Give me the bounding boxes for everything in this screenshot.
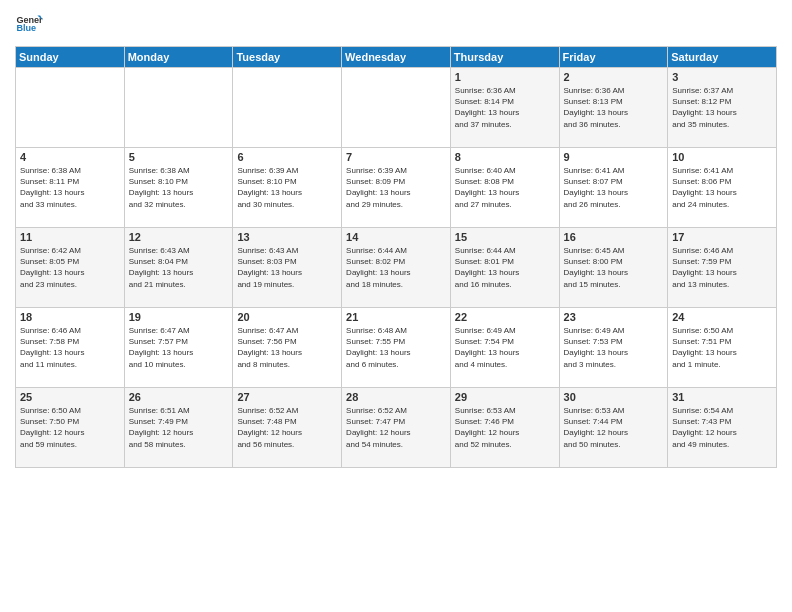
- day-info: Sunrise: 6:36 AM Sunset: 8:13 PM Dayligh…: [564, 85, 664, 130]
- day-info: Sunrise: 6:40 AM Sunset: 8:08 PM Dayligh…: [455, 165, 555, 210]
- day-number: 15: [455, 231, 555, 243]
- calendar-cell: 24Sunrise: 6:50 AM Sunset: 7:51 PM Dayli…: [668, 308, 777, 388]
- calendar-cell: 2Sunrise: 6:36 AM Sunset: 8:13 PM Daylig…: [559, 68, 668, 148]
- day-info: Sunrise: 6:50 AM Sunset: 7:50 PM Dayligh…: [20, 405, 120, 450]
- calendar-cell: 23Sunrise: 6:49 AM Sunset: 7:53 PM Dayli…: [559, 308, 668, 388]
- day-info: Sunrise: 6:42 AM Sunset: 8:05 PM Dayligh…: [20, 245, 120, 290]
- day-info: Sunrise: 6:41 AM Sunset: 8:07 PM Dayligh…: [564, 165, 664, 210]
- day-info: Sunrise: 6:50 AM Sunset: 7:51 PM Dayligh…: [672, 325, 772, 370]
- calendar-cell: [16, 68, 125, 148]
- day-header-saturday: Saturday: [668, 47, 777, 68]
- calendar-cell: 14Sunrise: 6:44 AM Sunset: 8:02 PM Dayli…: [342, 228, 451, 308]
- day-number: 20: [237, 311, 337, 323]
- day-number: 6: [237, 151, 337, 163]
- day-info: Sunrise: 6:46 AM Sunset: 7:59 PM Dayligh…: [672, 245, 772, 290]
- day-number: 13: [237, 231, 337, 243]
- calendar-cell: 18Sunrise: 6:46 AM Sunset: 7:58 PM Dayli…: [16, 308, 125, 388]
- day-info: Sunrise: 6:47 AM Sunset: 7:56 PM Dayligh…: [237, 325, 337, 370]
- day-number: 25: [20, 391, 120, 403]
- calendar-cell: 29Sunrise: 6:53 AM Sunset: 7:46 PM Dayli…: [450, 388, 559, 468]
- day-info: Sunrise: 6:52 AM Sunset: 7:48 PM Dayligh…: [237, 405, 337, 450]
- logo-icon: General Blue: [15, 10, 43, 38]
- calendar-cell: 10Sunrise: 6:41 AM Sunset: 8:06 PM Dayli…: [668, 148, 777, 228]
- calendar-table: SundayMondayTuesdayWednesdayThursdayFrid…: [15, 46, 777, 468]
- day-info: Sunrise: 6:49 AM Sunset: 7:53 PM Dayligh…: [564, 325, 664, 370]
- day-info: Sunrise: 6:37 AM Sunset: 8:12 PM Dayligh…: [672, 85, 772, 130]
- day-info: Sunrise: 6:39 AM Sunset: 8:10 PM Dayligh…: [237, 165, 337, 210]
- day-number: 23: [564, 311, 664, 323]
- week-row-3: 11Sunrise: 6:42 AM Sunset: 8:05 PM Dayli…: [16, 228, 777, 308]
- day-number: 24: [672, 311, 772, 323]
- calendar-cell: 22Sunrise: 6:49 AM Sunset: 7:54 PM Dayli…: [450, 308, 559, 388]
- calendar-cell: 27Sunrise: 6:52 AM Sunset: 7:48 PM Dayli…: [233, 388, 342, 468]
- calendar-cell: 4Sunrise: 6:38 AM Sunset: 8:11 PM Daylig…: [16, 148, 125, 228]
- day-info: Sunrise: 6:43 AM Sunset: 8:04 PM Dayligh…: [129, 245, 229, 290]
- calendar-cell: 3Sunrise: 6:37 AM Sunset: 8:12 PM Daylig…: [668, 68, 777, 148]
- day-info: Sunrise: 6:44 AM Sunset: 8:02 PM Dayligh…: [346, 245, 446, 290]
- day-header-monday: Monday: [124, 47, 233, 68]
- calendar-cell: 7Sunrise: 6:39 AM Sunset: 8:09 PM Daylig…: [342, 148, 451, 228]
- svg-text:Blue: Blue: [16, 23, 36, 33]
- calendar-cell: 25Sunrise: 6:50 AM Sunset: 7:50 PM Dayli…: [16, 388, 125, 468]
- calendar-cell: 11Sunrise: 6:42 AM Sunset: 8:05 PM Dayli…: [16, 228, 125, 308]
- calendar-cell: 12Sunrise: 6:43 AM Sunset: 8:04 PM Dayli…: [124, 228, 233, 308]
- day-number: 29: [455, 391, 555, 403]
- day-number: 10: [672, 151, 772, 163]
- day-info: Sunrise: 6:53 AM Sunset: 7:44 PM Dayligh…: [564, 405, 664, 450]
- day-info: Sunrise: 6:45 AM Sunset: 8:00 PM Dayligh…: [564, 245, 664, 290]
- calendar-cell: 13Sunrise: 6:43 AM Sunset: 8:03 PM Dayli…: [233, 228, 342, 308]
- calendar-cell: 9Sunrise: 6:41 AM Sunset: 8:07 PM Daylig…: [559, 148, 668, 228]
- day-number: 26: [129, 391, 229, 403]
- day-number: 4: [20, 151, 120, 163]
- calendar-cell: 1Sunrise: 6:36 AM Sunset: 8:14 PM Daylig…: [450, 68, 559, 148]
- calendar-cell: [342, 68, 451, 148]
- calendar-cell: 19Sunrise: 6:47 AM Sunset: 7:57 PM Dayli…: [124, 308, 233, 388]
- calendar-cell: 17Sunrise: 6:46 AM Sunset: 7:59 PM Dayli…: [668, 228, 777, 308]
- calendar-cell: 28Sunrise: 6:52 AM Sunset: 7:47 PM Dayli…: [342, 388, 451, 468]
- day-number: 22: [455, 311, 555, 323]
- day-info: Sunrise: 6:44 AM Sunset: 8:01 PM Dayligh…: [455, 245, 555, 290]
- week-row-4: 18Sunrise: 6:46 AM Sunset: 7:58 PM Dayli…: [16, 308, 777, 388]
- day-info: Sunrise: 6:47 AM Sunset: 7:57 PM Dayligh…: [129, 325, 229, 370]
- day-header-friday: Friday: [559, 47, 668, 68]
- calendar-cell: 5Sunrise: 6:38 AM Sunset: 8:10 PM Daylig…: [124, 148, 233, 228]
- calendar-cell: 31Sunrise: 6:54 AM Sunset: 7:43 PM Dayli…: [668, 388, 777, 468]
- day-number: 17: [672, 231, 772, 243]
- calendar-cell: 15Sunrise: 6:44 AM Sunset: 8:01 PM Dayli…: [450, 228, 559, 308]
- day-header-tuesday: Tuesday: [233, 47, 342, 68]
- day-info: Sunrise: 6:41 AM Sunset: 8:06 PM Dayligh…: [672, 165, 772, 210]
- day-number: 8: [455, 151, 555, 163]
- day-number: 3: [672, 71, 772, 83]
- day-header-sunday: Sunday: [16, 47, 125, 68]
- header: General Blue: [15, 10, 777, 38]
- day-info: Sunrise: 6:39 AM Sunset: 8:09 PM Dayligh…: [346, 165, 446, 210]
- day-number: 19: [129, 311, 229, 323]
- calendar-cell: 16Sunrise: 6:45 AM Sunset: 8:00 PM Dayli…: [559, 228, 668, 308]
- day-info: Sunrise: 6:51 AM Sunset: 7:49 PM Dayligh…: [129, 405, 229, 450]
- day-info: Sunrise: 6:38 AM Sunset: 8:11 PM Dayligh…: [20, 165, 120, 210]
- calendar-cell: 6Sunrise: 6:39 AM Sunset: 8:10 PM Daylig…: [233, 148, 342, 228]
- day-number: 31: [672, 391, 772, 403]
- week-row-2: 4Sunrise: 6:38 AM Sunset: 8:11 PM Daylig…: [16, 148, 777, 228]
- day-number: 11: [20, 231, 120, 243]
- day-number: 18: [20, 311, 120, 323]
- calendar-cell: 26Sunrise: 6:51 AM Sunset: 7:49 PM Dayli…: [124, 388, 233, 468]
- calendar-cell: [233, 68, 342, 148]
- day-info: Sunrise: 6:49 AM Sunset: 7:54 PM Dayligh…: [455, 325, 555, 370]
- day-info: Sunrise: 6:52 AM Sunset: 7:47 PM Dayligh…: [346, 405, 446, 450]
- day-number: 16: [564, 231, 664, 243]
- calendar-cell: 30Sunrise: 6:53 AM Sunset: 7:44 PM Dayli…: [559, 388, 668, 468]
- day-number: 2: [564, 71, 664, 83]
- day-number: 28: [346, 391, 446, 403]
- calendar-cell: 20Sunrise: 6:47 AM Sunset: 7:56 PM Dayli…: [233, 308, 342, 388]
- calendar-header-row: SundayMondayTuesdayWednesdayThursdayFrid…: [16, 47, 777, 68]
- day-header-wednesday: Wednesday: [342, 47, 451, 68]
- day-info: Sunrise: 6:38 AM Sunset: 8:10 PM Dayligh…: [129, 165, 229, 210]
- day-info: Sunrise: 6:36 AM Sunset: 8:14 PM Dayligh…: [455, 85, 555, 130]
- day-header-thursday: Thursday: [450, 47, 559, 68]
- day-number: 27: [237, 391, 337, 403]
- day-number: 14: [346, 231, 446, 243]
- calendar-cell: 8Sunrise: 6:40 AM Sunset: 8:08 PM Daylig…: [450, 148, 559, 228]
- day-number: 12: [129, 231, 229, 243]
- day-info: Sunrise: 6:54 AM Sunset: 7:43 PM Dayligh…: [672, 405, 772, 450]
